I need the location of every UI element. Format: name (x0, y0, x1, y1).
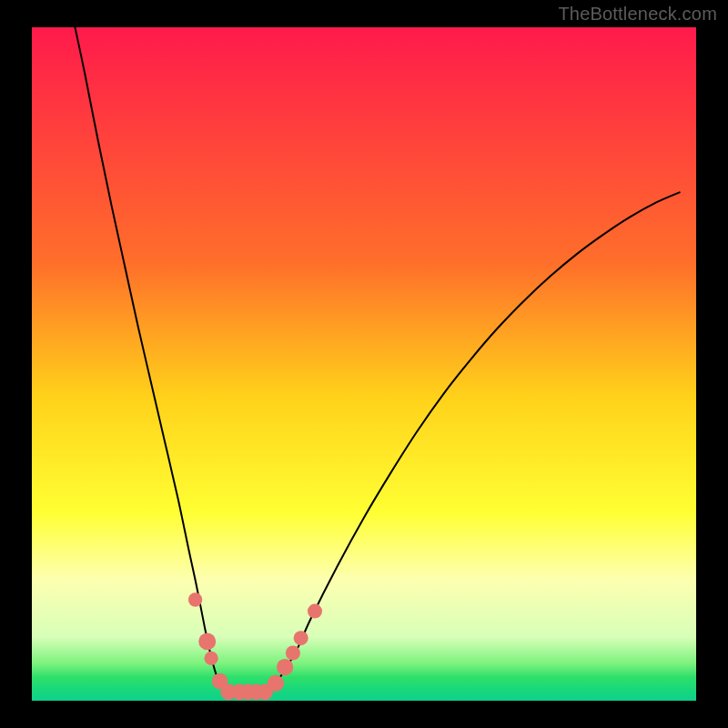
watermark-text: TheBottleneck.com (558, 4, 717, 25)
data-marker (308, 604, 322, 619)
gradient-background (32, 27, 696, 701)
data-marker (188, 592, 202, 606)
chart-frame: TheBottleneck.com (0, 0, 728, 728)
bottleneck-chart (0, 0, 728, 728)
data-marker (268, 675, 284, 692)
data-marker (286, 645, 300, 660)
data-marker (277, 659, 293, 675)
data-marker (294, 631, 308, 645)
data-marker (198, 632, 216, 650)
data-marker (204, 652, 217, 665)
